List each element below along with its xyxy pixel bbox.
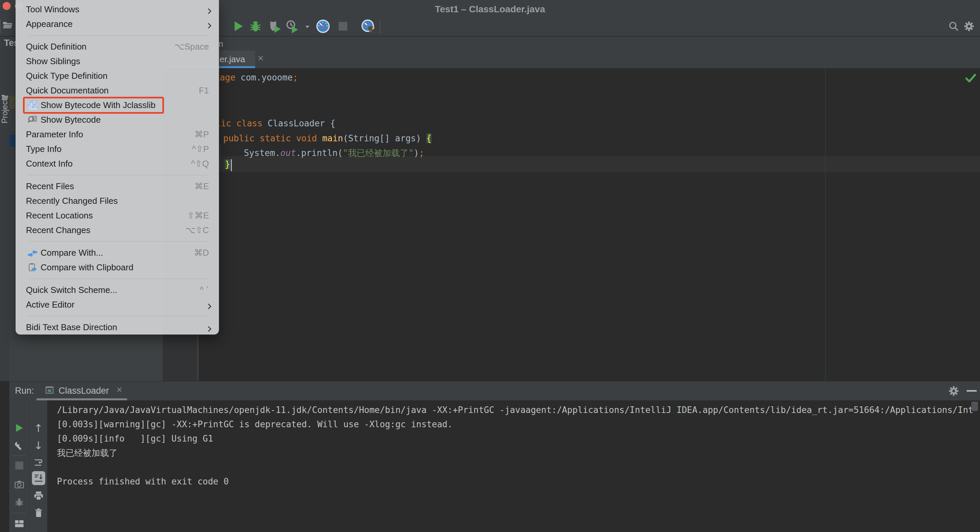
menu-item-label: Parameter Info	[26, 129, 83, 140]
search-everywhere-icon[interactable]	[948, 21, 959, 32]
tree-selected-row-sliver	[9, 135, 16, 147]
menu-item-show-bytecode[interactable]: Show Bytecode	[16, 113, 219, 127]
compare-icon	[28, 248, 38, 258]
menu-separator	[16, 171, 219, 179]
breadcrumb[interactable]: n	[218, 39, 223, 49]
console-line: 我已经被加载了	[57, 446, 974, 460]
submenu-chevron-icon	[208, 6, 212, 17]
menu-item-label: Tool Windows	[26, 4, 79, 14]
console-tab-icon	[45, 385, 54, 395]
intellij-profiler-button[interactable]	[316, 19, 330, 33]
down-stacktrace-icon[interactable]: ↓	[30, 440, 47, 451]
run-button[interactable]	[233, 20, 244, 32]
menu-item-active-editor[interactable]: Active Editor	[16, 297, 219, 312]
edit-configuration-wrench-icon[interactable]	[14, 441, 25, 451]
run-with-coverage-button[interactable]	[268, 19, 282, 33]
project-folder-icon	[1, 94, 9, 100]
menu-separator	[16, 312, 219, 320]
menu-item-label: Quick Type Definition	[26, 71, 107, 81]
jclasslib-icon: 100110011001110010	[28, 100, 38, 110]
menu-item-shortcut: ⌥Space	[174, 41, 209, 52]
menu-item-recent-files[interactable]: Recent Files⌘E	[16, 179, 219, 194]
run-settings-gear-icon[interactable]	[948, 385, 959, 397]
menu-item-show-siblings[interactable]: Show Siblings	[16, 54, 219, 68]
console-line: [0.003s][warning][gc] -XX:+PrintGC is de…	[57, 417, 974, 432]
menu-item-label: Context Info	[26, 159, 73, 169]
menu-separator	[16, 237, 219, 245]
run-toolbar-left	[9, 400, 30, 532]
context-menu-items: Tool Windows Appearance Quick Definition…	[16, 2, 219, 335]
rerun-button[interactable]	[14, 423, 24, 433]
console-lines: /Library/Java/JavaVirtualMachines/openjd…	[57, 403, 974, 489]
menu-item-label: Show Bytecode	[41, 115, 101, 125]
open-folder-icon[interactable]	[3, 20, 13, 29]
console-scrollbar[interactable]	[971, 402, 978, 411]
menu-item-quick-type-definition[interactable]: Quick Type Definition	[16, 68, 219, 83]
menu-item-recently-changed-files[interactable]: Recently Changed Files	[16, 194, 219, 208]
clipboard-compare-icon	[28, 262, 38, 272]
debug-button[interactable]	[249, 19, 262, 33]
menu-item-label: Quick Switch Scheme...	[26, 285, 118, 295]
console-line	[57, 460, 974, 475]
sidebar-item-project[interactable]: Project	[0, 97, 9, 125]
menu-item-compare-with-clipboard[interactable]: Compare with Clipboard	[16, 260, 219, 275]
clipboard-compare-icon	[28, 262, 38, 272]
menu-item-quick-switch-scheme[interactable]: Quick Switch Scheme...^ `	[16, 283, 219, 297]
editor-surface[interactable]: kage com.yooome;lic class ClassLoader {p…	[163, 68, 980, 381]
submenu-chevron-icon	[208, 8, 212, 14]
menu-item-tool-windows[interactable]: Tool Windows	[16, 2, 219, 17]
bytecode-icon	[28, 115, 38, 125]
soft-wrap-icon[interactable]	[33, 457, 44, 467]
menu-item-bidi-text-base-direction[interactable]: Bidi Text Base Direction	[16, 320, 219, 335]
menu-item-recent-changes[interactable]: Recent Changes⌥⇧C	[16, 223, 219, 237]
menu-item-label: Recent Files	[26, 181, 74, 192]
menu-item-type-info[interactable]: Type Info^⇧P	[16, 141, 219, 156]
code-line: }	[225, 159, 230, 170]
menu-item-label: Recently Changed Files	[26, 196, 118, 206]
run-toolbar-console: ↑ ↓	[30, 400, 48, 532]
submenu-chevron-icon	[208, 324, 212, 335]
menu-item-compare-with[interactable]: Compare With...⌘D	[16, 245, 219, 260]
console-output[interactable]: /Library/Java/JavaVirtualMachines/openjd…	[47, 400, 980, 532]
text-caret	[231, 159, 232, 171]
menu-item-shortcut: ⌘E	[195, 181, 209, 192]
menu-item-recent-locations[interactable]: Recent Locations⇧⌘E	[16, 208, 219, 223]
up-stacktrace-icon[interactable]: ↑	[30, 423, 47, 434]
menu-item-label: Type Info	[26, 144, 62, 154]
menu-separator	[16, 31, 219, 39]
console-line: [0.009s][info ][gc] Using G1	[57, 432, 974, 446]
code-layer: kage com.yooome;lic class ClassLoader {p…	[163, 68, 980, 381]
hide-panel-button[interactable]	[967, 390, 977, 392]
thread-dump-camera-icon[interactable]	[14, 480, 25, 489]
attach-profiler-button[interactable]	[361, 19, 375, 33]
scroll-to-end-button-selected[interactable]	[32, 471, 45, 485]
run-label: Run:	[15, 386, 34, 396]
menu-item-label: Active Editor	[26, 300, 75, 310]
profile-button[interactable]	[285, 19, 299, 33]
menu-item-shortcut: F1	[199, 86, 209, 96]
inspections-ok-check-icon[interactable]	[965, 73, 976, 83]
stop-button[interactable]	[339, 22, 347, 30]
menu-item-shortcut: ^⇧Q	[191, 159, 209, 169]
print-console-icon[interactable]	[33, 491, 44, 501]
menu-item-context-info[interactable]: Context Info^⇧Q	[16, 156, 219, 171]
code-line: lic class ClassLoader {	[216, 118, 335, 129]
menu-item-parameter-info[interactable]: Parameter Info⌘P	[16, 127, 219, 141]
menu-item-quick-documentation[interactable]: Quick DocumentationF1	[16, 83, 219, 98]
menu-item-quick-definition[interactable]: Quick Definition⌥Space	[16, 39, 219, 54]
clear-console-trash-icon[interactable]	[34, 507, 43, 518]
run-tab[interactable]: ClassLoader	[59, 386, 109, 396]
code-line: System.out.println("我已经被加载了");	[244, 147, 424, 159]
stop-process-button[interactable]	[15, 462, 23, 470]
run-tab-close-icon[interactable]: ×	[116, 385, 123, 395]
scroll-to-end-icon	[33, 473, 44, 483]
menu-item-show-bytecode-with-jclasslib[interactable]: 100110011001110010Show Bytecode With Jcl…	[16, 98, 219, 113]
restart-debug-icon[interactable]	[14, 497, 24, 507]
settings-gear-icon[interactable]	[963, 21, 975, 32]
run-config-chevron-down-icon[interactable]	[304, 25, 311, 29]
tree-row-sliver	[9, 96, 16, 109]
tab-close-icon[interactable]: ×	[258, 53, 264, 63]
toolbar-separator	[380, 19, 380, 33]
restore-layout-icon[interactable]	[14, 519, 24, 529]
menu-item-appearance[interactable]: Appearance	[16, 17, 219, 31]
